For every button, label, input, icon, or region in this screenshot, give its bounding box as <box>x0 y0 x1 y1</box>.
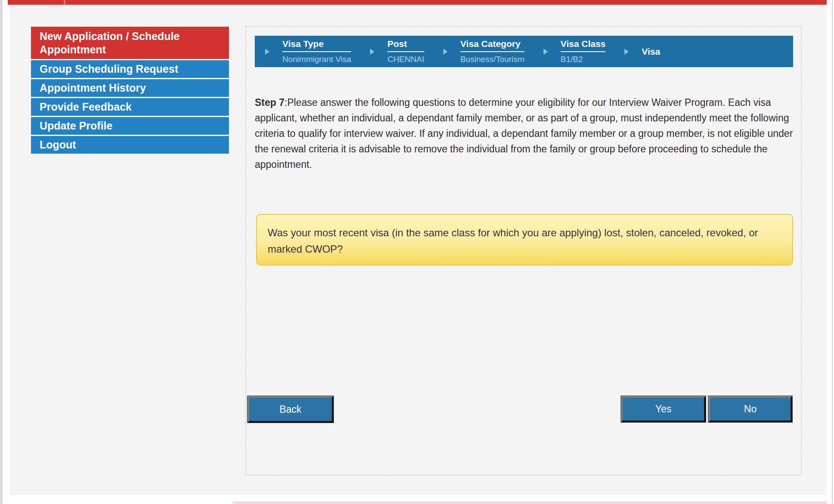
step-instructions: Step 7:Please answer the following quest… <box>255 95 794 172</box>
no-button[interactable]: No <box>708 396 792 422</box>
breadcrumb-step-visa-category: Visa Category Business/Tourism <box>460 39 525 64</box>
breadcrumb-step-title: Visa Class <box>561 39 606 52</box>
sidebar-item-label: New Application / Schedule Appointment <box>40 30 223 56</box>
breadcrumb-step-subtitle: CHENNAI <box>387 55 424 64</box>
question-box: Was your most recent visa (in the same c… <box>256 214 793 266</box>
sidebar-item-logout[interactable]: Logout <box>31 136 229 155</box>
main-panel: Visa Type Nonimmigrant Visa Post CHENNAI… <box>245 26 802 476</box>
sidebar-item-label: Logout <box>40 138 76 152</box>
chevron-right-icon <box>544 49 548 55</box>
breadcrumb-step-visa-class: Visa Class B1/B2 <box>561 39 606 64</box>
chevron-right-icon <box>443 49 448 55</box>
chevron-right-icon <box>265 49 269 55</box>
sidebar-item-provide-feedback[interactable]: Provide Feedback <box>31 98 229 117</box>
chevron-right-icon <box>624 49 629 55</box>
left-edge-strip <box>0 0 3 504</box>
breadcrumb-step-subtitle: B1/B2 <box>561 55 606 64</box>
step-number-label: Step 7 <box>255 97 284 108</box>
top-red-bar <box>8 0 827 5</box>
yes-button[interactable]: Yes <box>621 396 706 422</box>
step-instructions-text: :Please answer the following questions t… <box>255 97 793 170</box>
sidebar-item-label: Update Profile <box>40 119 112 133</box>
breadcrumb-step-visa-type: Visa Type Nonimmigrant Visa <box>282 39 351 64</box>
visa-appointment-page: New Application / Schedule Appointment G… <box>0 0 834 504</box>
breadcrumb-step-title: Visa <box>642 46 660 57</box>
breadcrumb-step-title: Visa Type <box>282 39 351 52</box>
sidebar: New Application / Schedule Appointment G… <box>31 27 229 155</box>
breadcrumb-step-visa: Visa <box>642 46 660 57</box>
right-edge-line <box>832 0 833 504</box>
question-text: Was your most recent visa (in the same c… <box>268 227 758 255</box>
breadcrumb: Visa Type Nonimmigrant Visa Post CHENNAI… <box>255 36 793 67</box>
top-bar-divider <box>64 0 65 5</box>
back-button[interactable]: Back <box>247 396 334 423</box>
breadcrumb-step-title: Visa Category <box>460 39 525 52</box>
sidebar-item-label: Appointment History <box>40 81 146 95</box>
breadcrumb-step-title: Post <box>387 39 424 52</box>
breadcrumb-step-subtitle: Business/Tourism <box>460 55 525 64</box>
sidebar-item-new-application[interactable]: New Application / Schedule Appointment <box>31 27 229 60</box>
breadcrumb-step-post: Post CHENNAI <box>387 39 424 64</box>
breadcrumb-step-subtitle: Nonimmigrant Visa <box>282 55 351 64</box>
sidebar-item-label: Group Scheduling Request <box>40 62 178 76</box>
sidebar-item-update-profile[interactable]: Update Profile <box>31 117 229 136</box>
sidebar-item-label: Provide Feedback <box>40 100 132 114</box>
sidebar-item-appointment-history[interactable]: Appointment History <box>31 79 229 98</box>
sidebar-item-group-scheduling[interactable]: Group Scheduling Request <box>31 60 229 79</box>
footer-strip <box>232 502 827 504</box>
chevron-right-icon <box>370 49 374 55</box>
